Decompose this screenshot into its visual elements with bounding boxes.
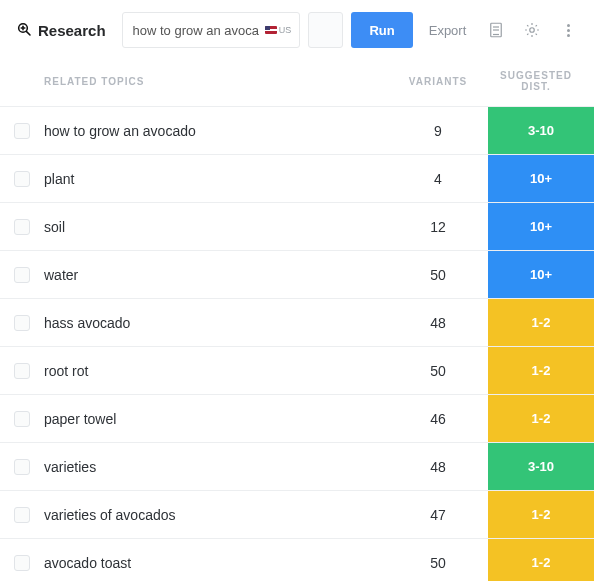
row-variants: 9 [388, 107, 488, 154]
row-suggested-dist: 10+ [488, 155, 594, 202]
table-row: root rot501-2 [0, 347, 594, 395]
export-button[interactable]: Export [421, 12, 475, 48]
col-header-dist[interactable]: SUGGESTED DIST. [488, 70, 594, 92]
row-variants: 4 [388, 155, 488, 202]
row-topic[interactable]: root rot [44, 347, 388, 394]
row-variants: 48 [388, 443, 488, 490]
row-checkbox[interactable] [14, 123, 30, 139]
row-variants: 48 [388, 299, 488, 346]
row-topic[interactable]: plant [44, 155, 388, 202]
table-row: varieties483-10 [0, 443, 594, 491]
row-topic[interactable]: hass avocado [44, 299, 388, 346]
table-row: soil1210+ [0, 203, 594, 251]
row-variants: 46 [388, 395, 488, 442]
row-checkbox[interactable] [14, 171, 30, 187]
row-checkbox[interactable] [14, 459, 30, 475]
table-row: avocado toast501-2 [0, 539, 594, 581]
row-suggested-dist: 1-2 [488, 347, 594, 394]
row-checkbox[interactable] [14, 411, 30, 427]
row-checkbox[interactable] [14, 555, 30, 571]
more-vertical-icon [563, 24, 574, 37]
search-wrapper: US [122, 12, 300, 48]
row-variants: 50 [388, 539, 488, 581]
more-menu-button[interactable] [554, 16, 582, 44]
row-checkbox[interactable] [14, 267, 30, 283]
table-row: plant410+ [0, 155, 594, 203]
row-topic[interactable]: water [44, 251, 388, 298]
table-row: paper towel461-2 [0, 395, 594, 443]
col-header-topics[interactable]: RELATED TOPICS [44, 76, 388, 87]
brand-label: Research [38, 22, 106, 39]
gear-icon [523, 21, 541, 39]
row-topic[interactable]: how to grow an avocado [44, 107, 388, 154]
table-row: hass avocado481-2 [0, 299, 594, 347]
row-checkbox[interactable] [14, 363, 30, 379]
settings-icon-button[interactable] [518, 16, 546, 44]
row-suggested-dist: 1-2 [488, 299, 594, 346]
row-checkbox[interactable] [14, 219, 30, 235]
row-variants: 47 [388, 491, 488, 538]
table-row: water5010+ [0, 251, 594, 299]
brand: Research [16, 21, 106, 40]
row-suggested-dist: 1-2 [488, 395, 594, 442]
row-suggested-dist: 1-2 [488, 491, 594, 538]
run-button[interactable]: Run [351, 12, 412, 48]
svg-line-1 [26, 31, 30, 35]
table-row: how to grow an avocado93-10 [0, 107, 594, 155]
filter-button[interactable] [308, 12, 344, 48]
table-header: RELATED TOPICS VARIANTS SUGGESTED DIST. [0, 60, 594, 107]
row-suggested-dist: 3-10 [488, 107, 594, 154]
us-flag-icon [265, 26, 277, 34]
table-row: varieties of avocados471-2 [0, 491, 594, 539]
locale-code: US [279, 25, 292, 35]
row-suggested-dist: 1-2 [488, 539, 594, 581]
table-body: how to grow an avocado93-10plant410+soil… [0, 107, 594, 581]
row-variants: 50 [388, 251, 488, 298]
report-icon-button[interactable] [482, 16, 510, 44]
row-topic[interactable]: avocado toast [44, 539, 388, 581]
topbar: Research US Run Export [0, 0, 594, 60]
row-topic[interactable]: varieties of avocados [44, 491, 388, 538]
row-topic[interactable]: paper towel [44, 395, 388, 442]
row-suggested-dist: 3-10 [488, 443, 594, 490]
locale-badge[interactable]: US [265, 25, 292, 35]
search-zoom-icon [16, 21, 32, 40]
col-header-variants[interactable]: VARIANTS [388, 76, 488, 87]
document-icon [487, 21, 505, 39]
row-suggested-dist: 10+ [488, 203, 594, 250]
row-suggested-dist: 10+ [488, 251, 594, 298]
svg-point-8 [530, 28, 535, 33]
row-variants: 12 [388, 203, 488, 250]
row-topic[interactable]: soil [44, 203, 388, 250]
row-checkbox[interactable] [14, 507, 30, 523]
row-checkbox[interactable] [14, 315, 30, 331]
row-variants: 50 [388, 347, 488, 394]
row-topic[interactable]: varieties [44, 443, 388, 490]
